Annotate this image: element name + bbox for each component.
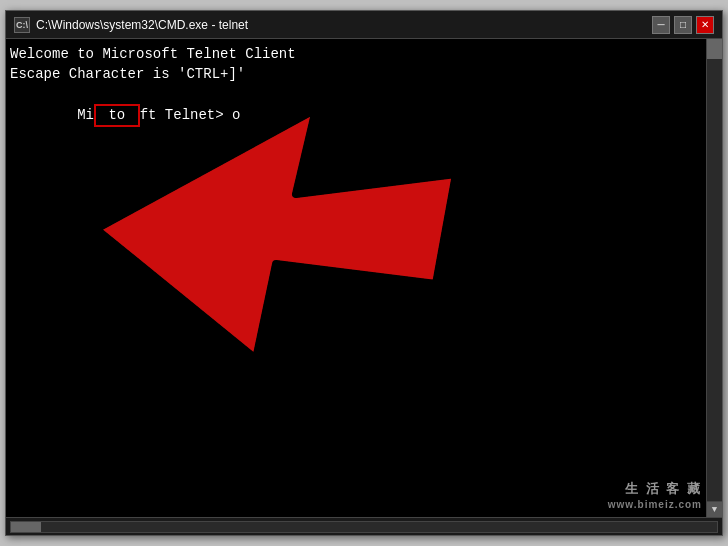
watermark: 生 活 客 藏 www.bimeiz.com [608, 481, 702, 511]
close-button[interactable]: ✕ [696, 16, 714, 34]
horizontal-scrollbar-thumb[interactable] [11, 522, 41, 532]
horizontal-scrollbar[interactable] [10, 521, 718, 533]
watermark-url: www.bimeiz.com [608, 498, 702, 511]
minimize-button[interactable]: ─ [652, 16, 670, 34]
title-buttons: ─ □ ✕ [652, 16, 714, 34]
terminal-line-1: Welcome to Microsoft Telnet Client [10, 45, 718, 65]
vertical-scrollbar[interactable]: ▼ [706, 39, 722, 517]
partial-text-before: Mi [77, 107, 94, 123]
window-icon: C:\ [14, 17, 30, 33]
cmd-window: C:\ C:\Windows\system32\CMD.exe - telnet… [5, 10, 723, 536]
title-bar-left: C:\ C:\Windows\system32\CMD.exe - telnet [14, 17, 248, 33]
title-bar: C:\ C:\Windows\system32\CMD.exe - telnet… [6, 11, 722, 39]
restore-button[interactable]: □ [674, 16, 692, 34]
watermark-line1: 生 活 客 藏 [608, 481, 702, 498]
window-title: C:\Windows\system32\CMD.exe - telnet [36, 18, 248, 32]
partial-text-after: ft Telnet> o [140, 107, 241, 123]
terminal-line-3: Escape Character is 'CTRL+]' [10, 65, 718, 85]
highlighted-text: to [94, 104, 140, 128]
terminal-output: Welcome to Microsoft Telnet Client Escap… [6, 39, 722, 153]
terminal-content[interactable]: Welcome to Microsoft Telnet Client Escap… [6, 39, 722, 517]
bottom-bar [6, 517, 722, 535]
terminal-line-4: Mi to ft Telnet> o [10, 84, 718, 147]
scroll-down-button[interactable]: ▼ [707, 501, 722, 517]
scrollbar-thumb[interactable] [707, 39, 722, 59]
